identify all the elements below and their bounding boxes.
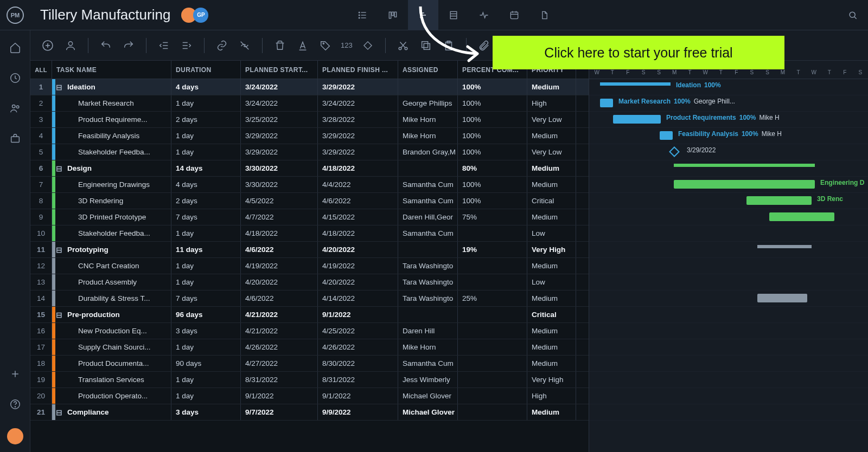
task-row[interactable]: 93D Printed Prototype7 days4/7/20224/15/… bbox=[30, 209, 589, 225]
gantt-bar[interactable] bbox=[600, 82, 671, 86]
percent-cell[interactable] bbox=[458, 225, 527, 241]
gantt-bar[interactable] bbox=[660, 131, 673, 140]
assigned-cell[interactable]: Mike Horn bbox=[398, 128, 458, 144]
planned-start-cell[interactable]: 4/5/2022 bbox=[241, 193, 318, 209]
paste-button[interactable] bbox=[441, 38, 456, 53]
priority-cell[interactable]: Critical bbox=[527, 193, 576, 209]
gantt-bar[interactable] bbox=[674, 180, 815, 189]
percent-cell[interactable]: 100% bbox=[458, 193, 527, 209]
planned-finish-cell[interactable]: 9/1/2022 bbox=[318, 307, 398, 322]
list-view-tab[interactable] bbox=[347, 0, 378, 30]
expand-toggle[interactable]: ⊟ bbox=[55, 164, 63, 173]
number-format-button[interactable]: 123 bbox=[341, 38, 353, 53]
task-row[interactable]: 12CNC Part Creation1 day4/19/20224/19/20… bbox=[30, 258, 589, 274]
planned-finish-cell[interactable]: 9/1/2022 bbox=[318, 388, 398, 404]
col-all[interactable]: ALL bbox=[30, 61, 52, 79]
priority-cell[interactable]: Low bbox=[527, 225, 576, 241]
planned-finish-cell[interactable]: 3/24/2022 bbox=[318, 95, 398, 111]
duration-cell[interactable]: 1 day bbox=[171, 274, 241, 290]
assigned-cell[interactable]: Michael Glover bbox=[398, 404, 458, 420]
planned-start-cell[interactable]: 4/21/2022 bbox=[241, 323, 318, 339]
gantt-bar[interactable] bbox=[757, 245, 812, 248]
duration-cell[interactable]: 4 days bbox=[171, 79, 241, 95]
planned-start-cell[interactable]: 4/6/2022 bbox=[241, 242, 318, 257]
duration-cell[interactable]: 2 days bbox=[171, 112, 241, 127]
task-row[interactable]: 16New Production Eq...3 days4/21/20224/2… bbox=[30, 323, 589, 339]
search-button[interactable] bbox=[838, 0, 868, 30]
duration-cell[interactable]: 3 days bbox=[171, 323, 241, 339]
assigned-cell[interactable]: Samantha Cum bbox=[398, 225, 458, 241]
task-row[interactable]: 21⊟Compliance3 days9/7/20229/9/2022Micha… bbox=[30, 404, 589, 421]
planned-start-cell[interactable]: 4/26/2022 bbox=[241, 339, 318, 355]
duration-cell[interactable]: 1 day bbox=[171, 339, 241, 355]
percent-cell[interactable]: 25% bbox=[458, 290, 527, 306]
gantt-bar[interactable] bbox=[613, 115, 661, 124]
free-trial-callout[interactable]: Click here to start your free trial bbox=[493, 36, 784, 69]
percent-cell[interactable]: 19% bbox=[458, 242, 527, 257]
task-row[interactable]: 14Durability & Stress T...7 days4/6/2022… bbox=[30, 290, 589, 307]
duration-cell[interactable]: 1 day bbox=[171, 372, 241, 388]
milestone-button[interactable] bbox=[360, 38, 375, 53]
assigned-cell[interactable] bbox=[398, 160, 458, 176]
cut-button[interactable] bbox=[395, 38, 411, 53]
planned-start-cell[interactable]: 3/24/2022 bbox=[241, 79, 318, 95]
task-row[interactable]: 4Feasibility Analysis1 day3/29/20223/29/… bbox=[30, 128, 589, 144]
planned-finish-cell[interactable]: 3/29/2022 bbox=[318, 79, 398, 95]
percent-cell[interactable]: 100% bbox=[458, 177, 527, 192]
priority-cell[interactable]: Medium bbox=[527, 177, 576, 192]
priority-cell[interactable]: Medium bbox=[527, 128, 576, 144]
planned-start-cell[interactable]: 4/20/2022 bbox=[241, 274, 318, 290]
percent-cell[interactable]: 75% bbox=[458, 209, 527, 225]
percent-cell[interactable] bbox=[458, 258, 527, 274]
percent-cell[interactable]: 100% bbox=[458, 112, 527, 127]
planned-start-cell[interactable]: 4/7/2022 bbox=[241, 209, 318, 225]
planned-start-cell[interactable]: 9/7/2022 bbox=[241, 404, 318, 420]
duration-cell[interactable]: 2 days bbox=[171, 193, 241, 209]
delete-button[interactable] bbox=[272, 38, 288, 53]
planned-start-cell[interactable]: 3/30/2022 bbox=[241, 177, 318, 192]
task-row[interactable]: 10Stakeholder Feedba...1 day4/18/20224/1… bbox=[30, 225, 589, 242]
col-dur[interactable]: DURATION bbox=[171, 61, 241, 79]
attach-button[interactable] bbox=[476, 38, 492, 53]
planned-finish-cell[interactable]: 4/15/2022 bbox=[318, 209, 398, 225]
task-row[interactable]: 17Supply Chain Sourci...1 day4/26/20224/… bbox=[30, 339, 589, 356]
assigned-cell[interactable]: Tara Washingto bbox=[398, 274, 458, 290]
priority-cell[interactable]: Very Low bbox=[527, 112, 576, 127]
task-row[interactable]: 7Engineering Drawings4 days3/30/20224/4/… bbox=[30, 177, 589, 193]
assigned-cell[interactable]: Tara Washingto bbox=[398, 290, 458, 306]
assigned-cell[interactable]: Daren Hill bbox=[398, 323, 458, 339]
planned-finish-cell[interactable]: 4/20/2022 bbox=[318, 274, 398, 290]
percent-cell[interactable]: 80% bbox=[458, 160, 527, 176]
assigned-cell[interactable]: Jess Wimberly bbox=[398, 372, 458, 388]
task-row[interactable]: 18Product Documenta...90 days4/27/20228/… bbox=[30, 356, 589, 372]
project-title[interactable]: Tillery Manufacturing bbox=[30, 7, 178, 23]
priority-cell[interactable]: Very Low bbox=[527, 144, 576, 160]
redo-button[interactable] bbox=[121, 38, 136, 53]
task-row[interactable]: 1⊟Ideation4 days3/24/20223/29/2022100%Me… bbox=[30, 79, 589, 95]
duration-cell[interactable]: 14 days bbox=[171, 160, 241, 176]
expand-toggle[interactable]: ⊟ bbox=[55, 246, 63, 254]
percent-cell[interactable] bbox=[458, 274, 527, 290]
duration-cell[interactable]: 1 day bbox=[171, 258, 241, 274]
priority-cell[interactable]: Low bbox=[527, 274, 576, 290]
text-color-button[interactable] bbox=[295, 38, 310, 53]
planned-start-cell[interactable]: 4/21/2022 bbox=[241, 307, 318, 322]
planned-finish-cell[interactable]: 4/18/2022 bbox=[318, 160, 398, 176]
percent-cell[interactable] bbox=[458, 388, 527, 404]
priority-cell[interactable]: Medium bbox=[527, 323, 576, 339]
percent-cell[interactable]: 100% bbox=[458, 95, 527, 111]
sheet-view-tab[interactable] bbox=[438, 0, 469, 30]
duration-cell[interactable]: 4 days bbox=[171, 177, 241, 192]
team-icon[interactable] bbox=[9, 102, 22, 115]
percent-cell[interactable] bbox=[458, 404, 527, 420]
assigned-cell[interactable] bbox=[398, 307, 458, 322]
gantt-chart[interactable]: , 20 '22MAR, 27 '22APR, 3 '22 WTFSSMTWTF… bbox=[589, 61, 868, 452]
col-planned-finish[interactable]: PLANNED FINISH ... bbox=[318, 61, 398, 79]
link-button[interactable] bbox=[214, 38, 229, 53]
planned-start-cell[interactable]: 4/6/2022 bbox=[241, 290, 318, 306]
planned-start-cell[interactable]: 3/29/2022 bbox=[241, 128, 318, 144]
priority-cell[interactable]: Medium bbox=[527, 404, 576, 420]
task-row[interactable]: 5Stakeholder Feedba...1 day3/29/20223/29… bbox=[30, 144, 589, 160]
planned-finish-cell[interactable]: 4/18/2022 bbox=[318, 225, 398, 241]
task-row[interactable]: 11⊟Prototyping11 days4/6/20224/20/202219… bbox=[30, 242, 589, 258]
